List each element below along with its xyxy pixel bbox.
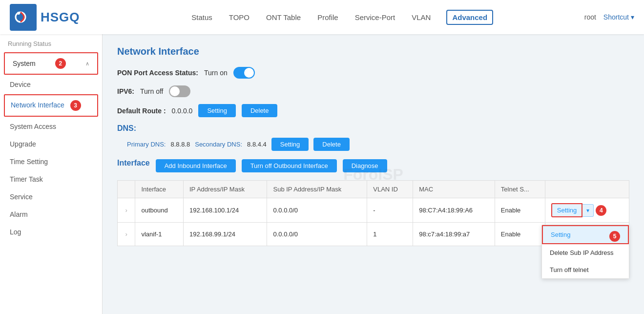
dns-row: Primary DNS: 8.8.8.8 Secondary DNS: 8.8.… xyxy=(117,138,629,151)
telnet-2: Enable xyxy=(495,223,545,246)
shortcut-label: Shortcut xyxy=(603,13,629,21)
pon-port-toggle[interactable] xyxy=(233,67,255,79)
primary-dns-label: Primary DNS: xyxy=(127,141,166,148)
system-group-label: System xyxy=(13,60,36,67)
default-route-row: Default Route : 0.0.0.0 Setting Delete xyxy=(117,104,629,117)
sidebar-item-service[interactable]: Service xyxy=(0,188,102,206)
expand-icon-2[interactable]: › xyxy=(118,223,135,246)
sidebar-item-alarm[interactable]: Alarm xyxy=(0,206,102,223)
setting-dropdown-1: Setting ▾ 4 xyxy=(551,203,623,217)
layout: Running Status System 2 ∧ Device Network… xyxy=(0,34,644,314)
default-route-value: 0.0.0.0 xyxy=(172,107,193,115)
nav-right: root Shortcut ▾ xyxy=(584,13,634,21)
col-action xyxy=(545,181,629,198)
setting-cell-1: Setting ▾ 4 xyxy=(545,198,629,223)
badge-2: 2 xyxy=(55,58,66,69)
col-expand xyxy=(118,181,135,198)
pon-port-value: Turn on xyxy=(204,69,228,77)
col-ip-mask: IP Address/IP Mask xyxy=(183,181,267,198)
pon-toggle-knob xyxy=(244,68,254,78)
add-inbound-button[interactable]: Add Inbound Interface xyxy=(156,159,236,172)
nav-vlan[interactable]: VLAN xyxy=(411,11,432,24)
logo-area: HSGQ xyxy=(10,4,80,31)
col-mac: MAC xyxy=(413,181,495,198)
system-group-header[interactable]: System 2 ∧ xyxy=(4,52,98,75)
badge-4: 4 xyxy=(596,205,606,216)
primary-dns-value: 8.8.8.8 xyxy=(170,141,190,148)
ipv6-row: IPV6: Turn off xyxy=(117,85,629,97)
pon-port-label: PON Port Access Status: xyxy=(117,69,198,77)
default-route-label: Default Route : xyxy=(117,107,166,115)
setting-dropdown-menu: Setting 5 Delete Sub IP Address Turn off… xyxy=(541,225,629,279)
setting-button-1[interactable]: Setting xyxy=(551,203,582,217)
nav-user: root xyxy=(584,13,596,21)
interface-row: Interface Add Inbound Interface Turn off… xyxy=(117,159,629,172)
badge-5: 5 xyxy=(609,231,620,242)
default-route-setting-button[interactable]: Setting xyxy=(198,104,235,117)
dropdown-item-turn-off-telnet[interactable]: Turn off telnet xyxy=(542,261,629,278)
network-interface-label: Network Interface xyxy=(11,101,64,109)
sidebar-item-timer-task[interactable]: Timer Task xyxy=(0,170,102,188)
logo-text: HSGQ xyxy=(41,10,80,25)
telnet-1: Enable xyxy=(495,198,545,223)
chevron-down-icon: ▾ xyxy=(631,13,634,21)
collapse-icon: ∧ xyxy=(85,61,89,67)
sub-ip-mask-1: 0.0.0.0/0 xyxy=(267,198,367,223)
diagnose-button[interactable]: Diagnose xyxy=(343,159,387,172)
mac-1: 98:C7:A4:18:99:A6 xyxy=(413,198,495,223)
ip-mask-1: 192.168.100.1/24 xyxy=(183,198,267,223)
nav-shortcut[interactable]: Shortcut ▾ xyxy=(603,13,634,21)
dropdown-item-delete-sub-ip[interactable]: Delete Sub IP Address xyxy=(542,244,629,261)
col-interface: Interface xyxy=(135,181,184,198)
sub-ip-mask-2: 0.0.0.0/0 xyxy=(267,223,367,246)
nav-advanced[interactable]: Advanced xyxy=(446,10,493,25)
dropdown-item-setting[interactable]: Setting 5 xyxy=(542,225,629,244)
interface-title: Interface xyxy=(117,159,150,167)
ipv6-value: Turn off xyxy=(140,87,163,95)
col-vlan-id: VLAN ID xyxy=(367,181,413,198)
table-row: › outbound 192.168.100.1/24 0.0.0.0/0 - … xyxy=(118,198,629,223)
page-title: Network Interface xyxy=(117,46,629,57)
interface-name-1: outbound xyxy=(135,198,184,223)
badge-3: 3 xyxy=(70,100,81,111)
running-status-label: Running Status xyxy=(0,34,102,51)
vlan-id-2: 1 xyxy=(367,223,413,246)
setting-arrow-1[interactable]: ▾ xyxy=(582,204,594,217)
nav-topo[interactable]: TOPO xyxy=(228,11,250,24)
sidebar-item-upgrade[interactable]: Upgrade xyxy=(0,135,102,153)
logo-icon xyxy=(10,4,37,31)
pon-port-row: PON Port Access Status: Turn on xyxy=(117,67,629,79)
turn-off-outbound-button[interactable]: Turn off Outbound Interface xyxy=(242,159,337,172)
nav-profile[interactable]: Profile xyxy=(316,11,339,24)
header: HSGQ Status TOPO ONT Table Profile Servi… xyxy=(0,0,644,34)
ipv6-toggle[interactable] xyxy=(169,85,190,97)
dns-delete-button[interactable]: Delete xyxy=(313,138,350,151)
sidebar-item-log[interactable]: Log xyxy=(0,223,102,241)
expand-icon-1[interactable]: › xyxy=(118,198,135,223)
main-content: ForoISP Network Interface PON Port Acces… xyxy=(103,34,644,314)
sidebar-item-network-interface[interactable]: Network Interface 3 xyxy=(4,94,98,117)
interface-name-2: vlanif-1 xyxy=(135,223,184,246)
secondary-dns-value: 8.8.4.4 xyxy=(247,141,267,148)
col-telnet: Telnet S... xyxy=(495,181,545,198)
secondary-dns-label: Secondary DNS: xyxy=(195,141,242,148)
ipv6-toggle-knob xyxy=(170,86,180,96)
nav-status[interactable]: Status xyxy=(190,11,213,24)
dns-title: DNS: xyxy=(117,124,629,133)
sidebar-item-device[interactable]: Device xyxy=(0,76,102,93)
svg-point-1 xyxy=(17,12,20,15)
nav-links: Status TOPO ONT Table Profile Service-Po… xyxy=(100,10,584,25)
nav-ont-table[interactable]: ONT Table xyxy=(265,11,302,24)
sidebar-item-time-setting[interactable]: Time Setting xyxy=(0,153,102,170)
mac-2: 98:c7:a4:18:99:a7 xyxy=(413,223,495,246)
ipv6-label: IPV6: xyxy=(117,87,134,95)
dns-setting-button[interactable]: Setting xyxy=(271,138,309,151)
nav-service-port[interactable]: Service-Port xyxy=(354,11,396,24)
sidebar-item-system-access[interactable]: System Access xyxy=(0,118,102,135)
vlan-id-1: - xyxy=(367,198,413,223)
sidebar: Running Status System 2 ∧ Device Network… xyxy=(0,34,103,314)
ip-mask-2: 192.168.99.1/24 xyxy=(183,223,267,246)
col-sub-ip-mask: Sub IP Address/IP Mask xyxy=(267,181,367,198)
default-route-delete-button[interactable]: Delete xyxy=(242,104,278,117)
